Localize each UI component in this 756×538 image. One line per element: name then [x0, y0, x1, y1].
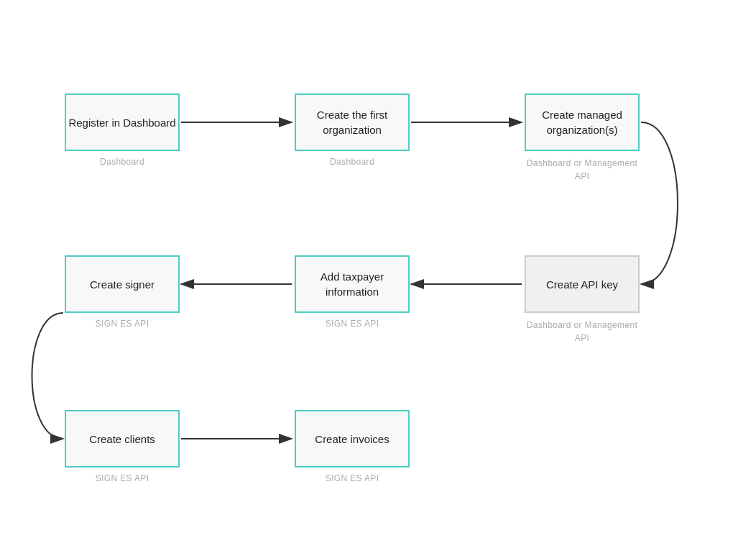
node-first-org-label: Dashboard [295, 157, 410, 167]
node-add-taxpayer-label: SIGN ES API [295, 319, 410, 329]
node-add-taxpayer: Add taxpayer information [295, 255, 410, 313]
node-api-key: Create API key [525, 255, 640, 313]
node-create-signer: Create signer [65, 255, 180, 313]
node-register: Register in Dashboard [65, 94, 180, 151]
node-first-org: Create the first organization [295, 94, 410, 151]
node-managed-org-label: Dashboard or Management API [525, 157, 640, 183]
node-managed-org: Create managed organization(s) [525, 94, 640, 151]
node-create-signer-label: SIGN ES API [65, 319, 180, 329]
node-register-label: Dashboard [65, 157, 180, 167]
diagram: Register in Dashboard Dashboard Create t… [0, 0, 756, 538]
node-create-invoices: Create invoices [295, 410, 410, 468]
node-create-clients-label: SIGN ES API [65, 473, 180, 483]
node-api-key-label: Dashboard or Management API [525, 319, 640, 345]
node-create-invoices-label: SIGN ES API [295, 473, 410, 483]
node-create-clients: Create clients [65, 410, 180, 468]
